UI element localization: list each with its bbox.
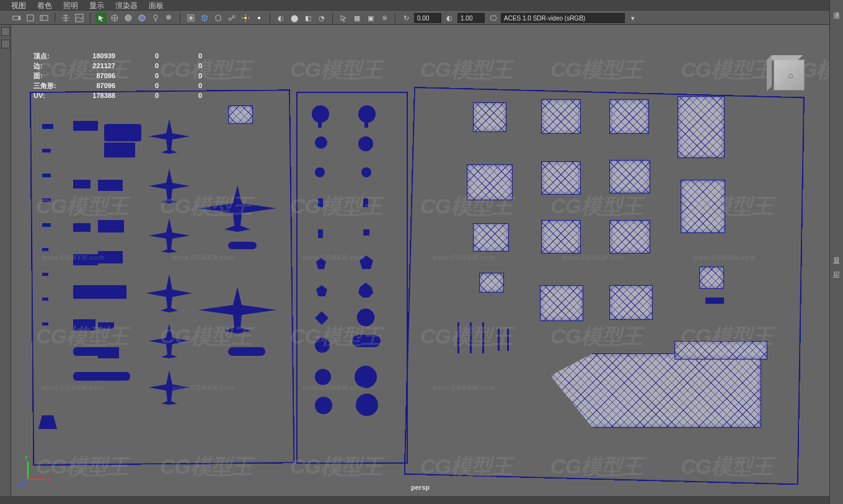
camera-label: persp (411, 484, 430, 491)
watermark: CG模型王 (550, 453, 642, 481)
monitor-icon[interactable]: 🖵 (487, 12, 498, 24)
watermark: CG模型王 (160, 322, 252, 351)
svg-point-16 (244, 17, 247, 19)
channel-box-tab[interactable]: 通 (830, 11, 843, 20)
watermark: CG模型王 (420, 453, 512, 481)
menu-shading[interactable]: 着色 (37, 1, 52, 11)
watermark: CG模型王 (290, 192, 382, 221)
svg-rect-1 (27, 15, 33, 21)
menu-lighting[interactable]: 照明 (63, 1, 78, 11)
svg-rect-0 (13, 16, 19, 20)
watermark: CG模型王 (290, 322, 382, 351)
layer-tab[interactable]: 层 (830, 270, 843, 280)
watermark-url: www.CGMXW.com (42, 384, 105, 391)
menu-view[interactable]: 视图 (11, 1, 26, 11)
watermark: CG模型王 (420, 56, 512, 84)
left-toolbar (0, 25, 11, 496)
svg-point-21 (258, 17, 260, 19)
hud-row-tris: 三角形: 87096 0 0 (33, 81, 202, 91)
textured-icon[interactable] (136, 12, 148, 24)
watermark-url: www.CGMXW.com (433, 254, 495, 261)
left-tool-2[interactable] (1, 40, 10, 48)
viewport[interactable]: CG模型王 CG模型王 CG模型王 CG模型王 CG模型王 CG模型王 CG模型… (11, 25, 829, 496)
group-border-mid (296, 92, 408, 464)
ao-icon[interactable]: ◐ (275, 12, 286, 24)
watermark-url: www.CGMXW.com (563, 254, 625, 261)
watermark: CG模型王 (550, 56, 642, 84)
svg-rect-2 (40, 15, 48, 20)
hud-row-verts: 顶点: 180939 0 0 (33, 51, 202, 61)
watermark-url: www.CGMXW.com (693, 254, 756, 261)
watermark: CG模型王 (681, 56, 772, 84)
watermark-url: www.CGMXW.com (42, 254, 105, 261)
svg-line-15 (231, 17, 233, 19)
select-highlight-icon[interactable] (95, 12, 107, 24)
select-camera-icon[interactable] (11, 12, 22, 24)
svg-point-10 (167, 20, 172, 22)
use-all-lights-icon[interactable] (150, 12, 161, 24)
watermark-url: www.CGMXW.com (172, 384, 235, 391)
watermark-url: www.CGMXW.com (433, 384, 495, 391)
watermark: CG模型王 (420, 192, 512, 221)
menu-show[interactable]: 显示 (89, 1, 104, 11)
watermark: CG模型王 (36, 322, 128, 351)
select-tool-icon[interactable] (338, 12, 349, 24)
watermark: CG模型王 (36, 192, 128, 221)
watermark: CG模型王 (420, 322, 512, 351)
viewport-icon[interactable]: ▣ (365, 12, 376, 24)
chevron-down-icon[interactable]: ▾ (627, 12, 638, 24)
menu-panels[interactable]: 面板 (149, 1, 164, 11)
home-icon: ⌂ (788, 70, 793, 80)
left-tool-1[interactable] (1, 27, 10, 36)
watermark: CG模型王 (290, 56, 382, 84)
axis-gizmo: y x z (21, 456, 51, 486)
svg-point-6 (125, 15, 131, 21)
watermark-url: www.CGMXW.com (302, 254, 365, 261)
xray-joints-icon[interactable] (226, 12, 237, 24)
view-cube[interactable]: ⌂ (769, 60, 808, 99)
wireframe-icon[interactable] (109, 12, 120, 24)
exposure-field[interactable]: 0.00 (414, 13, 441, 23)
viewport-toolbar: ◐ ⬤ ◧ ◔ ▦ ▣ ※ ↻ 0.00 ◐ 1.00 🖵 ACES 1.0 S… (0, 11, 843, 25)
svg-point-8 (154, 15, 157, 19)
watermark: CG模型王 (550, 322, 642, 351)
light-icon[interactable] (240, 12, 251, 24)
particles-icon[interactable]: ※ (379, 12, 390, 24)
poly-count-icon[interactable]: ▦ (351, 12, 363, 24)
gamma-field[interactable]: 1.00 (457, 13, 485, 23)
shadows-icon[interactable] (164, 12, 175, 24)
svg-point-12 (189, 16, 193, 20)
watermark-url: www.CGMXW.com (302, 384, 365, 391)
svg-point-9 (166, 15, 171, 20)
watermark: CG模型王 (290, 453, 382, 481)
watermark: CG模型王 (160, 453, 252, 481)
cube-icon[interactable] (199, 12, 210, 24)
svg-point-7 (139, 15, 145, 21)
isolate-select-icon[interactable] (185, 12, 196, 24)
colorspace-dropdown[interactable]: ACES 1.0 SDR-video (sRGB) (501, 13, 625, 23)
watermark-url: www.CGMXW.com (172, 254, 235, 261)
watermark: CG模型王 (681, 192, 772, 221)
watermark-url: www.CGMXW.com (563, 384, 625, 391)
display-tab[interactable]: 显 (830, 256, 843, 265)
watermark: CG模型王 (160, 192, 252, 221)
right-sidebar: 通 显 层 (829, 0, 843, 504)
grid-icon[interactable] (60, 12, 71, 24)
bookmark-icon[interactable] (25, 12, 36, 24)
hud-row-uvs: UV: 178388 0 0 (33, 91, 202, 100)
watermark-url: www.CGMXW.com (693, 384, 756, 391)
menu-renderer[interactable]: 渲染器 (115, 1, 138, 11)
xray-icon[interactable] (213, 12, 224, 24)
dof-icon[interactable]: ◔ (316, 12, 327, 24)
smooth-shade-icon[interactable] (123, 12, 134, 24)
point-light-icon[interactable] (254, 12, 265, 24)
image-plane-icon[interactable] (74, 12, 85, 24)
motion-blur-icon[interactable]: ⬤ (289, 12, 300, 24)
watermark: CG模型王 (681, 453, 772, 481)
anti-alias-icon[interactable]: ◧ (302, 12, 314, 24)
refresh-icon[interactable]: ↻ (400, 12, 412, 24)
panel-menu: 视图 着色 照明 显示 渲染器 面板 (11, 0, 164, 11)
hud-row-faces: 面: 87096 0 0 (33, 71, 202, 81)
gamma-icon[interactable]: ◐ (444, 12, 455, 24)
film-gate-icon[interactable] (38, 12, 50, 24)
